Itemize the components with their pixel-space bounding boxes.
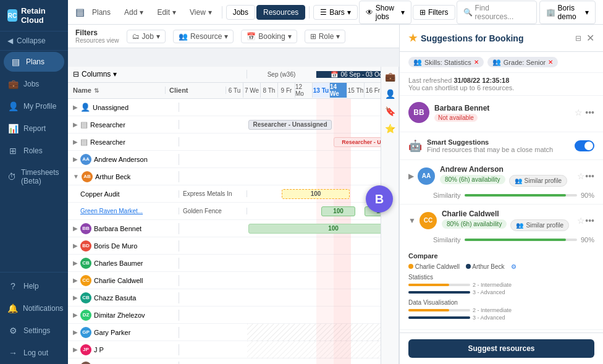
filter-icon[interactable]: ⊟	[575, 34, 581, 43]
chevron-down-icon: ▾	[140, 8, 143, 17]
chevron-down-icon[interactable]: ▼	[408, 216, 416, 225]
similar-profile-btn[interactable]: 👥 Similar profile	[509, 175, 568, 187]
user-menu[interactable]: 🏢 Boris demo ▾	[539, 1, 596, 24]
remove-tag-icon[interactable]: ✕	[474, 59, 479, 66]
today-highlight	[316, 358, 334, 365]
remove-tag-icon[interactable]: ✕	[548, 59, 553, 66]
chevron-right-icon[interactable]: ▶	[73, 104, 78, 111]
more-button[interactable]: •••	[585, 108, 594, 117]
table-row[interactable]: ▶ JP J P	[68, 341, 399, 358]
smart-suggestions-toggle[interactable]	[575, 140, 594, 151]
star-button[interactable]: ☆	[577, 216, 585, 226]
row-label: Researcher	[90, 121, 125, 129]
table-row[interactable]: ▶ CC Charlie Caldwell	[68, 272, 399, 289]
sidebar-item-timesheets[interactable]: ⏱ Timesheets (Beta)	[0, 162, 68, 192]
sidebar-item-logout[interactable]: → Log out	[0, 342, 68, 364]
topbar-view-tab[interactable]: View ▾	[183, 6, 218, 19]
chevron-right-icon[interactable]: ▶	[73, 277, 78, 284]
chevron-down-icon: ▾	[336, 32, 340, 41]
star-button[interactable]: ☆	[575, 108, 583, 117]
svg-rect-2	[247, 341, 399, 358]
suggest-resources-button[interactable]: Suggest resources	[408, 339, 594, 358]
chevron-right-icon[interactable]: ▶	[73, 260, 78, 266]
compare-wheel-icon[interactable]: ⚙	[511, 263, 517, 270]
table-row[interactable]: ▶ 👤 Unassigned	[68, 99, 399, 116]
table-row[interactable]: ▶ GP Gary Parker	[68, 324, 399, 341]
sidebar-item-report[interactable]: 📊 Report	[0, 117, 68, 140]
subheader-title: Filters	[75, 28, 119, 37]
sidebar-item-label: Settings	[23, 326, 50, 335]
filter-job-label: Job	[142, 32, 154, 41]
table-row[interactable]: ▶ AA Andrew Anderson	[68, 151, 399, 168]
table-row[interactable]: ▶ DZ Dimitar Zhelezov	[68, 307, 399, 324]
table-row[interactable]: ▶ ▤ Researcher Researcher - Unassigned R	[68, 133, 399, 151]
topbar-plans-tab[interactable]: Plans	[86, 6, 117, 19]
compare-skill-statistics: Statistics 2 - Intermediate	[408, 274, 594, 295]
more-button[interactable]: •••	[585, 171, 594, 181]
columns-toggle[interactable]: ⊟ Columns ▾	[68, 70, 247, 78]
bars-button[interactable]: ☰ Bars ▾	[313, 5, 358, 20]
chevron-down-icon[interactable]: ▼	[73, 173, 79, 180]
chevron-right-icon[interactable]: ▶	[73, 156, 78, 163]
find-resources-search[interactable]: 🔍 Find resources...	[457, 1, 537, 24]
person-icon[interactable]: 👤	[385, 89, 395, 99]
settings-icon: ⚙	[7, 326, 19, 336]
sidebar-item-help[interactable]: ? Help	[0, 275, 68, 297]
chevron-right-icon[interactable]: ▶	[408, 172, 414, 180]
chevron-right-icon[interactable]: ▶	[73, 346, 78, 353]
availability-area: 80% (6h) availability 👥 Similar profile	[440, 175, 577, 187]
filter-role[interactable]: ⊞ Role ▾	[305, 30, 346, 43]
table-row[interactable]: ▶ BD Boris De Muro	[68, 237, 399, 255]
chevron-right-icon[interactable]: ▶	[73, 225, 78, 232]
chevron-right-icon[interactable]: ▶	[73, 329, 78, 336]
topbar-add-tab[interactable]: Add ▾	[118, 6, 150, 19]
filter-booking[interactable]: 📅 Booking ▾	[241, 30, 297, 43]
filter-role-label: Role	[319, 32, 334, 41]
smart-suggestions: 🤖 Smart Suggestions Find resources that …	[400, 132, 603, 160]
more-button[interactable]: •••	[585, 216, 594, 226]
table-row[interactable]: Copper Audit Express Metals In 100	[68, 185, 399, 203]
sidebar-item-plans[interactable]: ▤ Plans	[4, 52, 64, 72]
chevron-right-icon[interactable]: ▶	[73, 311, 78, 318]
briefcase-icon[interactable]: 💼	[385, 72, 395, 82]
sidebar-item-notifications[interactable]: 🔔 Notifications	[0, 297, 68, 320]
topbar-edit-tab[interactable]: Edit ▾	[151, 6, 182, 19]
star-icon[interactable]: ⭐	[385, 124, 395, 133]
filter-job[interactable]: 🗂 Job ▾	[127, 30, 166, 43]
sidebar-item-settings[interactable]: ⚙ Settings	[0, 320, 68, 342]
columns-label: Columns	[82, 70, 111, 78]
table-row[interactable]: ▼ AB Arthur Beck	[68, 168, 399, 185]
jobs-button[interactable]: Jobs	[226, 5, 255, 20]
table-row[interactable]: ▶ CB Chazz Basuta	[68, 289, 399, 307]
cell-name: ▶ CB Chazz Basuta	[68, 292, 179, 303]
table-row[interactable]: Green Raven Market... Golden Fence 100 1…	[68, 203, 399, 220]
similar-profile-btn[interactable]: 👥 Similar profile	[510, 219, 569, 231]
sidebar-item-roles[interactable]: ⊞ Roles	[0, 140, 68, 162]
resources-button[interactable]: Resources	[256, 5, 305, 20]
avatar: AA	[80, 154, 91, 165]
chevron-right-icon[interactable]: ▶	[73, 121, 78, 128]
filter-resource-label: Resource	[190, 32, 222, 41]
calendar-icon: 📅	[331, 71, 338, 78]
panel-title: ★ Suggestions for Booking	[408, 32, 523, 44]
today2-highlight	[334, 358, 351, 365]
table-row[interactable]: ▶ JB Janet Barnes	[68, 358, 399, 364]
sidebar-item-jobs[interactable]: 💼 Jobs	[0, 73, 68, 95]
close-icon[interactable]: ✕	[586, 32, 594, 44]
chevron-right-icon[interactable]: ▶	[73, 294, 78, 301]
sidebar-item-myprofile[interactable]: 👤 My Profile	[0, 95, 68, 117]
day-7we: 7 We	[243, 83, 261, 98]
table-row[interactable]: ▶ BB Barbara Bennet 100	[68, 220, 399, 237]
chevron-right-icon[interactable]: ▶	[73, 138, 78, 145]
bookmark-icon[interactable]: 🔖	[385, 106, 395, 116]
avatar: CB	[80, 258, 91, 269]
star-button[interactable]: ☆	[577, 171, 585, 181]
today2-highlight	[334, 116, 351, 133]
chevron-right-icon[interactable]: ▶	[73, 242, 78, 249]
show-jobs-button[interactable]: 👁 Show jobs ▾	[359, 1, 411, 24]
table-row[interactable]: ▶ CB Charles Baumer	[68, 255, 399, 272]
sidebar-collapse-btn[interactable]: ◀ Collapse	[0, 32, 68, 51]
filter-resource[interactable]: 👥 Resource ▾	[173, 30, 234, 43]
filters-button[interactable]: ⊞ Filters	[413, 5, 455, 20]
table-row[interactable]: ▶ ▤ Researcher Researcher - Unassigned	[68, 116, 399, 133]
